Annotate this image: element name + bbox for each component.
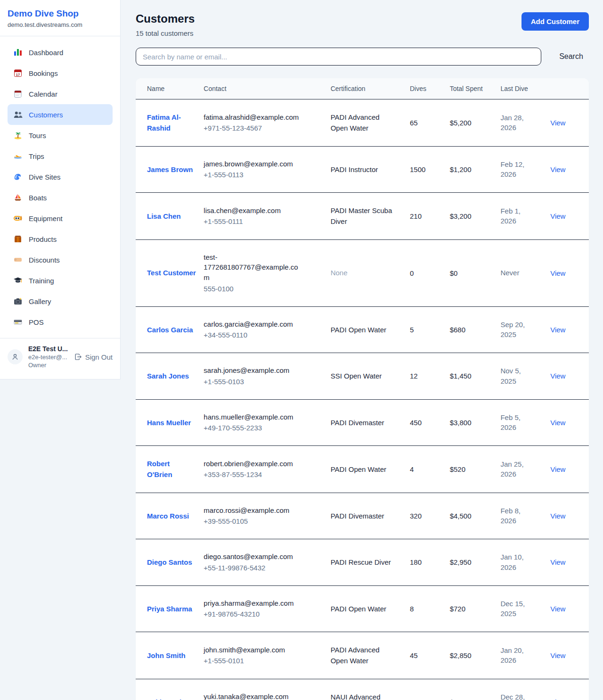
customer-certification: PADI Open Water <box>331 603 397 614</box>
customer-name-link[interactable]: Marco Rossi <box>147 511 189 521</box>
sidebar-item-label: Tours <box>29 132 46 140</box>
sailboat-icon <box>13 193 23 202</box>
column-header-contact: Contact <box>204 78 330 99</box>
cell-dives: 4 <box>410 446 450 493</box>
sidebar-item-products[interactable]: Products <box>8 229 113 249</box>
cell-dives: 8 <box>410 585 450 632</box>
search-input[interactable] <box>136 48 541 66</box>
customer-certification: None <box>331 267 397 278</box>
cell-last-dive-wrap: Jan 25, 2026 <box>500 446 550 493</box>
customer-name-link[interactable]: Diego Santos <box>147 557 192 568</box>
customer-email: fatima.alrashid@example.com <box>204 112 301 123</box>
column-header-last-dive: Last Dive <box>500 78 550 99</box>
sidebar-item-customers[interactable]: Customers <box>8 104 113 125</box>
customer-email: john.smith@example.com <box>204 645 301 655</box>
customer-name-link[interactable]: Robert O'Brien <box>147 458 196 480</box>
view-link[interactable]: View <box>550 269 565 277</box>
cell-dives: 450 <box>410 399 450 446</box>
cell-dives: 5 <box>410 306 450 353</box>
svg-text:17: 17 <box>16 73 20 77</box>
view-link[interactable]: View <box>550 465 565 473</box>
people-icon <box>13 110 23 119</box>
add-customer-button[interactable]: Add Customer <box>522 12 589 31</box>
customer-name-link[interactable]: James Brown <box>147 164 193 175</box>
sidebar-item-equipment[interactable]: Equipment <box>8 208 113 229</box>
sidebar-item-dashboard[interactable]: Dashboard <box>8 42 113 63</box>
sidebar-item-label: Customers <box>29 111 63 119</box>
customer-phone: +39-555-0105 <box>204 516 323 527</box>
view-link[interactable]: View <box>550 326 565 334</box>
cell-last-dive-wrap: Feb 5, 2026 <box>500 399 550 446</box>
sidebar-item-label: Gallery <box>29 297 51 305</box>
view-link[interactable]: View <box>550 605 565 613</box>
view-link[interactable]: View <box>550 119 565 127</box>
cell-name: Priya Sharma <box>136 585 204 632</box>
cell-name: Diego Santos <box>136 539 204 586</box>
cell-contact: fatima.alrashid@example.com+971-55-123-4… <box>204 99 330 147</box>
sidebar-item-gallery[interactable]: Gallery <box>8 291 113 312</box>
customer-name-link[interactable]: Sarah Jones <box>147 371 189 381</box>
customer-name-link[interactable]: Hans Mueller <box>147 417 191 428</box>
customer-email: diego.santos@example.com <box>204 552 301 562</box>
view-link[interactable]: View <box>550 372 565 380</box>
search-button[interactable]: Search <box>554 49 589 65</box>
user-role: Owner <box>28 362 72 369</box>
customer-email: carlos.garcia@example.com <box>204 319 301 329</box>
cell-view: View <box>550 679 589 700</box>
cell-certification-wrap: PADI Instructor <box>331 146 410 193</box>
sidebar-item-label: Dashboard <box>29 49 63 57</box>
view-link[interactable]: View <box>550 698 565 700</box>
cell-last-dive-wrap: Dec 15, 2025 <box>500 585 550 632</box>
cell-total-spent: $0 <box>450 239 501 306</box>
view-link[interactable]: View <box>550 558 565 566</box>
table-row: Sarah Jonessarah.jones@example.com+1-555… <box>136 353 589 400</box>
cell-total-spent: $520 <box>450 446 501 493</box>
customer-name-link[interactable]: John Smith <box>147 650 186 661</box>
cell-total-spent: $5,200 <box>450 99 501 147</box>
sidebar-item-trips[interactable]: Trips <box>8 146 113 166</box>
customer-name-link[interactable]: Fatima Al-Rashid <box>147 112 196 134</box>
cell-contact: yuki.tanaka@example.com+81-555-0107 <box>204 679 330 700</box>
customer-name-link[interactable]: Yuki Tanaka <box>147 697 187 700</box>
cell-dives: 1500 <box>410 146 450 193</box>
sidebar-item-dive-sites[interactable]: Dive Sites <box>8 166 113 187</box>
sidebar-item-tours[interactable]: Tours <box>8 125 113 146</box>
cell-certification-wrap: SSI Open Water <box>331 353 410 400</box>
sign-out-icon <box>74 353 82 361</box>
sign-out-button[interactable]: Sign Out <box>74 353 113 361</box>
view-link[interactable]: View <box>550 419 565 427</box>
customer-last-dive: Nov 5, 2025 <box>500 366 537 387</box>
customer-name-link[interactable]: Lisa Chen <box>147 211 181 222</box>
customer-email: marco.rossi@example.com <box>204 505 301 516</box>
cell-last-dive-wrap: Jan 20, 2026 <box>500 632 550 679</box>
view-link[interactable]: View <box>550 651 565 659</box>
view-link[interactable]: View <box>550 212 565 220</box>
user-email: e2e-tester@... <box>28 354 72 361</box>
cell-view: View <box>550 99 589 147</box>
customer-certification: PADI Rescue Diver <box>331 557 397 568</box>
cell-dives: 28 <box>410 679 450 700</box>
island-icon <box>13 131 23 140</box>
customer-phone: +49-170-555-2233 <box>204 423 323 433</box>
customer-phone: +1-555-0103 <box>204 377 323 387</box>
sidebar-item-discounts[interactable]: Discounts <box>8 249 113 270</box>
customer-name-link[interactable]: Carlos Garcia <box>147 324 193 335</box>
cell-name: Lisa Chen <box>136 193 204 240</box>
cell-total-spent: $4,500 <box>450 493 501 539</box>
customer-name-link[interactable]: Test Customer <box>147 267 196 278</box>
table-header-row: Name Contact Certification Dives Total S… <box>136 78 589 99</box>
table-row: James Brownjames.brown@example.com+1-555… <box>136 146 589 193</box>
sidebar-item-training[interactable]: Training <box>8 270 113 291</box>
view-link[interactable]: View <box>550 165 565 173</box>
customer-phone: 555-0100 <box>204 284 323 294</box>
customer-phone: +1-555-0101 <box>204 656 323 666</box>
view-link[interactable]: View <box>550 512 565 520</box>
customer-last-dive: Feb 12, 2026 <box>500 159 537 180</box>
cell-dives: 12 <box>410 353 450 400</box>
table-row: Test Customertest-1772681807767@example.… <box>136 239 589 306</box>
customer-name-link[interactable]: Priya Sharma <box>147 603 192 614</box>
sidebar-item-calendar[interactable]: Calendar <box>8 83 113 104</box>
sidebar-item-pos[interactable]: POS <box>8 312 113 332</box>
sidebar-item-boats[interactable]: Boats <box>8 187 113 208</box>
sidebar-item-bookings[interactable]: 17 Bookings <box>8 63 113 83</box>
